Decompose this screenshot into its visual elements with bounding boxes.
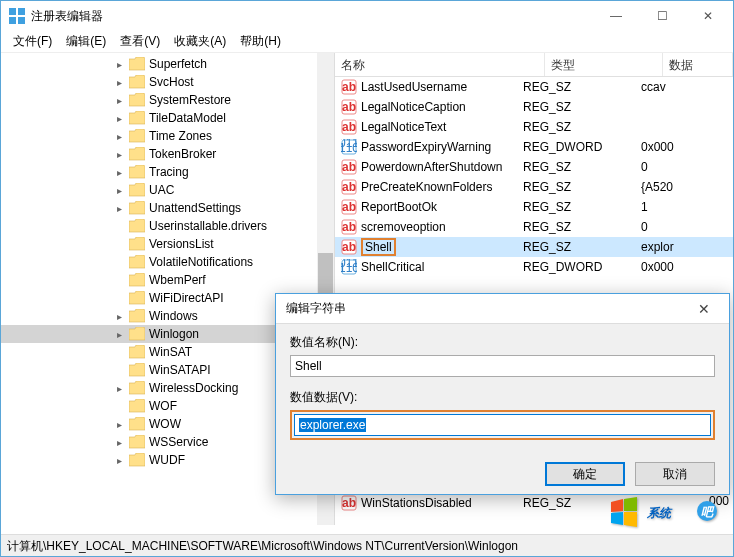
tree-item[interactable]: Superfetch [1,55,334,73]
svg-text:ab: ab [342,220,356,234]
list-row[interactable]: abPowerdownAfterShutdownREG_SZ0 [335,157,733,177]
list-row[interactable]: abscremoveoptionREG_SZ0 [335,217,733,237]
tree-item[interactable]: VolatileNotifications [1,253,334,271]
svg-text:ab: ab [342,200,356,214]
tree-label: WSService [149,435,208,449]
menu-edit[interactable]: 编辑(E) [60,31,112,52]
value-name-cell: abscremoveoption [335,219,521,235]
tree-item[interactable]: WbemPerf [1,271,334,289]
svg-text:ab: ab [342,496,356,510]
tree-label: TileDataModel [149,111,226,125]
col-name[interactable]: 名称 [335,53,545,76]
expand-icon[interactable] [113,220,125,232]
tree-label: Winlogon [149,327,199,341]
svg-text:110: 110 [341,261,357,275]
list-row[interactable]: 011110PasswordExpiryWarningREG_DWORD0x00… [335,137,733,157]
minimize-button[interactable]: — [593,1,639,31]
expand-icon[interactable] [113,454,125,466]
list-row[interactable]: 011110ShellCriticalREG_DWORD0x000 [335,257,733,277]
expand-icon[interactable] [113,310,125,322]
svg-rect-2 [9,17,16,24]
expand-icon[interactable] [113,292,125,304]
value-data-cell: 0 [639,220,733,234]
tree-label: UnattendSettings [149,201,241,215]
svg-text:ab: ab [342,120,356,134]
value-type-cell: REG_DWORD [521,260,639,274]
list-row[interactable]: abPreCreateKnownFoldersREG_SZ{A520 [335,177,733,197]
tree-label: Tracing [149,165,189,179]
value-data-label: 数值数据(V): [290,389,715,406]
ok-button[interactable]: 确定 [545,462,625,486]
value-data-cell: 0x000 [639,260,733,274]
value-name-cell: 011110ShellCritical [335,259,521,275]
expand-icon[interactable] [113,130,125,142]
tree-item[interactable]: SystemRestore [1,91,334,109]
expand-icon[interactable] [113,112,125,124]
list-row[interactable]: abLastUsedUsernameREG_SZccav [335,77,733,97]
value-name-cell: abLegalNoticeCaption [335,99,521,115]
value-data-cell: explor [639,240,733,254]
tree-label: VolatileNotifications [149,255,253,269]
expand-icon[interactable] [113,274,125,286]
expand-icon[interactable] [113,382,125,394]
menu-file[interactable]: 文件(F) [7,31,58,52]
list-row[interactable]: abLegalNoticeTextREG_SZ [335,117,733,137]
list-row[interactable]: abShellREG_SZexplor [335,237,733,257]
tree-item[interactable]: Time Zones [1,127,334,145]
list-row[interactable]: abReportBootOkREG_SZ1 [335,197,733,217]
expand-icon[interactable] [113,202,125,214]
expand-icon[interactable] [113,94,125,106]
list-header: 名称 类型 数据 [335,53,733,77]
maximize-button[interactable]: ☐ [639,1,685,31]
expand-icon[interactable] [113,418,125,430]
expand-icon[interactable] [113,166,125,178]
list-row[interactable]: abLegalNoticeCaptionREG_SZ [335,97,733,117]
tree-item[interactable]: Userinstallable.drivers [1,217,334,235]
value-type-cell: REG_SZ [521,80,639,94]
value-name-cell: 011110PasswordExpiryWarning [335,139,521,155]
expand-icon[interactable] [113,400,125,412]
tree-label: TokenBroker [149,147,216,161]
tree-item[interactable]: Tracing [1,163,334,181]
tree-label: WirelessDocking [149,381,238,395]
tree-item[interactable]: UnattendSettings [1,199,334,217]
tree-item[interactable]: TokenBroker [1,145,334,163]
col-type[interactable]: 类型 [545,53,663,76]
dialog-close-button[interactable]: ✕ [689,301,719,317]
cancel-button[interactable]: 取消 [635,462,715,486]
expand-icon[interactable] [113,76,125,88]
value-type-cell: REG_SZ [521,220,639,234]
value-type-cell: REG_SZ [521,160,639,174]
menu-view[interactable]: 查看(V) [114,31,166,52]
tree-label: Superfetch [149,57,207,71]
statusbar: 计算机\HKEY_LOCAL_MACHINE\SOFTWARE\Microsof… [1,534,733,556]
expand-icon[interactable] [113,256,125,268]
edit-string-dialog: 编辑字符串 ✕ 数值名称(N): Shell 数值数据(V): explorer… [275,293,730,495]
col-data[interactable]: 数据 [663,53,733,76]
svg-rect-3 [18,17,25,24]
close-button[interactable]: ✕ [685,1,731,31]
expand-icon[interactable] [113,328,125,340]
value-name-cell: abLegalNoticeText [335,119,521,135]
expand-icon[interactable] [113,436,125,448]
svg-text:ab: ab [342,160,356,174]
expand-icon[interactable] [113,238,125,250]
expand-icon[interactable] [113,184,125,196]
tree-item[interactable]: TileDataModel [1,109,334,127]
expand-icon[interactable] [113,58,125,70]
value-data-input[interactable]: explorer.exe [294,414,711,436]
value-name-input[interactable]: Shell [290,355,715,377]
svg-text:ab: ab [342,240,356,254]
tree-item[interactable]: UAC [1,181,334,199]
expand-icon[interactable] [113,148,125,160]
tree-item[interactable]: SvcHost [1,73,334,91]
menu-favorites[interactable]: 收藏夹(A) [168,31,232,52]
tree-item[interactable]: VersionsList [1,235,334,253]
expand-icon[interactable] [113,364,125,376]
tree-label: WbemPerf [149,273,206,287]
menu-help[interactable]: 帮助(H) [234,31,287,52]
svg-text:110: 110 [341,141,357,155]
tree-label: Userinstallable.drivers [149,219,267,233]
value-type-cell: REG_DWORD [521,140,639,154]
expand-icon[interactable] [113,346,125,358]
